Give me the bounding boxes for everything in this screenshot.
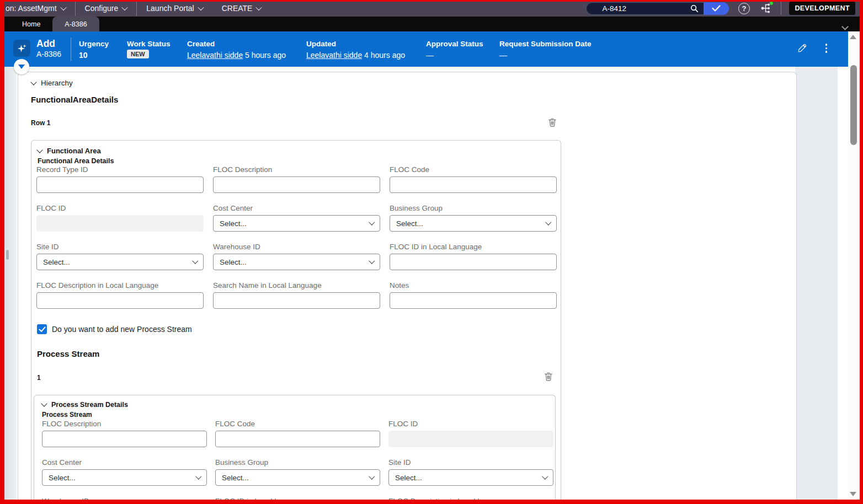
updated-by-link[interactable]: Leelavathi sidde <box>306 51 362 60</box>
search-submit-button[interactable] <box>704 2 729 15</box>
process-stream-details-title: Process Stream Details <box>51 401 128 409</box>
field-label: Work Status <box>127 39 171 49</box>
annotation-frame <box>0 0 4 504</box>
hierarchy-section-title: Hierarchy <box>41 79 73 87</box>
chevron-down-icon <box>369 474 375 480</box>
process-stream-details-subtitle: Process Stream <box>42 411 92 419</box>
tabbar-chevron-down-icon[interactable] <box>841 23 849 30</box>
created-ago: 5 hours ago <box>243 51 286 60</box>
menu-create-label: CREATE <box>222 4 253 13</box>
select-site-id[interactable]: Select... <box>36 254 204 270</box>
input-record-type-id[interactable] <box>36 176 204 193</box>
chevron-down-icon <box>198 4 204 10</box>
field-label: Business Group <box>390 205 557 212</box>
chevron-down-icon <box>60 4 66 10</box>
created-by-link[interactable]: Leelavathi sidde <box>187 51 243 60</box>
global-search <box>586 2 729 15</box>
delete-row-trash-icon[interactable] <box>547 117 557 127</box>
delete-process-stream-trash-icon[interactable] <box>544 372 553 382</box>
annotation-frame <box>860 0 863 504</box>
field-label: Cost Center <box>42 459 207 467</box>
select-site-id[interactable]: Select... <box>388 469 553 486</box>
hierarchy-section-toggle[interactable]: Hierarchy <box>31 79 73 87</box>
field-label: Site ID <box>388 459 553 467</box>
list-title: FunctionalAreaDetails <box>31 95 118 104</box>
triangle-down-icon <box>18 65 25 69</box>
field-floc-code: FLOC Code <box>390 166 557 193</box>
select-cost-center[interactable]: Select... <box>42 469 207 486</box>
process-stream-details-toggle[interactable]: Process Stream Details <box>42 401 128 409</box>
field-label: Request Submission Date <box>499 39 592 49</box>
input-floc-description-in-local-language[interactable] <box>36 292 204 309</box>
tab-record[interactable]: A-8386 <box>52 17 99 31</box>
rail-drag-handle[interactable] <box>6 250 9 260</box>
field-label: Warehouse ID <box>213 243 380 251</box>
field-floc-id: FLOC ID <box>36 205 204 232</box>
left-rail <box>4 67 17 504</box>
scroll-up-icon[interactable] <box>850 35 856 39</box>
menu-launch-portal-label: Launch Portal <box>146 4 194 13</box>
select-cost-center[interactable]: Select... <box>213 215 380 232</box>
field-label: Record Type ID <box>36 166 204 174</box>
functional-area-section: Functional Area Functional Area Details … <box>31 140 561 504</box>
edit-pencil-icon[interactable] <box>797 44 807 53</box>
environment-button[interactable] <box>759 1 773 15</box>
input-floc-description[interactable] <box>213 176 380 193</box>
input-floc-code[interactable] <box>390 176 557 193</box>
field-label: FLOC Code <box>215 420 380 428</box>
chevron-down-icon <box>369 219 375 226</box>
scrollbar-thumb[interactable] <box>850 65 857 145</box>
field-label: Created <box>187 39 286 49</box>
input-floc-code[interactable] <box>215 431 380 447</box>
input-notes[interactable] <box>390 292 557 309</box>
menu-configure[interactable]: Configure <box>76 0 137 17</box>
field-cost-center: Cost CenterSelect... <box>42 459 207 486</box>
input-floc-id-in-local-language[interactable] <box>390 254 557 270</box>
chevron-down-icon <box>41 400 47 406</box>
right-rail <box>795 67 838 504</box>
vertical-scrollbar[interactable] <box>848 31 859 500</box>
field-floc-description-in-local-language: FLOC Description in Local Language <box>36 282 204 309</box>
tab-home[interactable]: Home <box>10 17 52 31</box>
more-options-kebab-icon[interactable] <box>825 44 828 53</box>
record-type-tile <box>13 40 30 57</box>
select-placeholder: Select... <box>220 258 247 266</box>
field-label: FLOC Description <box>213 166 380 174</box>
select-business-group[interactable]: Select... <box>215 469 380 486</box>
help-button[interactable]: ? <box>737 1 751 15</box>
annotation-frame <box>0 0 863 2</box>
menu-launch-portal[interactable]: Launch Portal <box>137 0 212 17</box>
add-process-stream-checkbox[interactable] <box>37 324 47 334</box>
chevron-down-icon <box>192 258 198 264</box>
field-label: FLOC ID <box>36 205 204 212</box>
menu-application[interactable]: on: AssetMgmt <box>0 0 75 17</box>
chevron-down-icon <box>122 4 128 10</box>
field-warehouse-id: Warehouse IDSelect... <box>213 243 380 270</box>
field-floc-id-in-local-language: FLOC ID in Local Language <box>390 243 557 270</box>
field-label: Approval Status <box>426 39 483 49</box>
field-label: FLOC Description <box>42 420 207 428</box>
functional-area-title: Functional Area <box>47 147 101 155</box>
field-floc-code: FLOC Code <box>215 420 380 447</box>
header-collapse-button[interactable] <box>14 59 29 74</box>
form-panel: Hierarchy FunctionalAreaDetails Row 1 Fu… <box>18 72 797 504</box>
functional-area-toggle[interactable]: Functional Area <box>38 147 101 155</box>
field-record-type-id: Record Type ID <box>36 166 204 193</box>
scroll-down-icon[interactable] <box>850 492 856 496</box>
menu-create[interactable]: CREATE <box>212 0 271 17</box>
input-search-name-in-local-language[interactable] <box>213 292 380 309</box>
select-business-group[interactable]: Select... <box>390 215 557 232</box>
row-label: Row 1 <box>31 119 50 127</box>
record-action: Add <box>36 38 61 49</box>
select-placeholder: Select... <box>396 219 423 228</box>
header-field-approval-status: Approval Status — <box>426 39 483 61</box>
menu-divider <box>781 2 781 15</box>
updated-ago: 4 hours ago <box>362 51 405 60</box>
chevron-down-icon <box>369 258 375 264</box>
field-label: Cost Center <box>213 205 380 212</box>
search-input[interactable] <box>602 4 685 13</box>
select-placeholder: Select... <box>220 219 247 228</box>
select-warehouse-id[interactable]: Select... <box>213 254 380 270</box>
chevron-down-icon <box>195 474 201 480</box>
input-floc-description[interactable] <box>42 431 207 447</box>
